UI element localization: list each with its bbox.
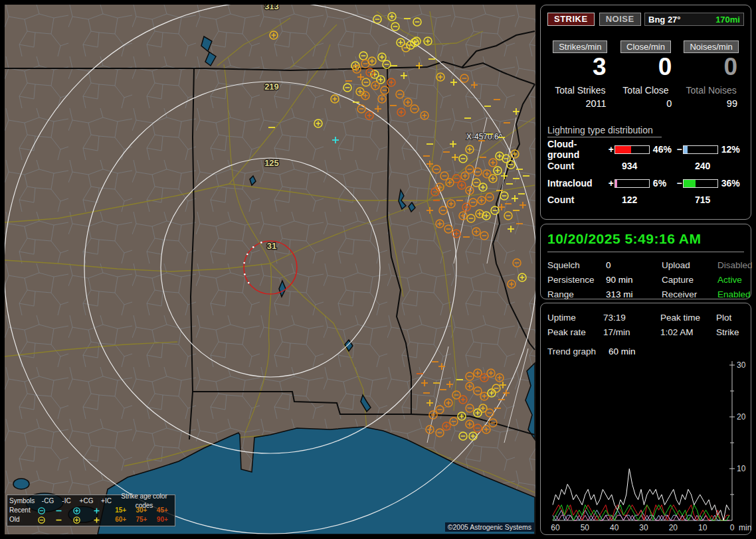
capture-value: Active — [717, 275, 753, 285]
age-90: 90+ — [152, 515, 173, 524]
upload-value: Disabled — [717, 260, 753, 270]
peak-time-label: Peak time — [660, 313, 716, 323]
close-per-min-chip: Close/min — [620, 40, 671, 53]
plus-sign: + — [607, 144, 614, 155]
recent-plus-icon — [92, 506, 110, 515]
cg-positive-bar — [614, 145, 650, 154]
age-75: 75+ — [131, 515, 151, 524]
peak-rate-value: 17/min — [603, 327, 660, 337]
receiver-label: Receiver — [662, 289, 717, 299]
age-45: 45+ — [152, 506, 173, 515]
plot-label: Plot — [716, 313, 744, 323]
peak-rate-label: Peak rate — [547, 327, 603, 337]
ic-negative-count: 715 — [695, 194, 710, 205]
map-legend: Symbols -CG -IC +CG +IC Strike age color… — [7, 495, 175, 526]
svg-text:219: 219 — [264, 82, 279, 92]
strikes-column: Strikes/min 3 Total Strikes 2011 — [547, 40, 613, 109]
svg-text:min: min — [739, 523, 751, 532]
old-plus-icon — [92, 516, 110, 524]
svg-text:313: 313 — [264, 5, 279, 11]
cg-positive-count: 934 — [622, 161, 695, 171]
strikes-per-min-value: 3 — [547, 53, 613, 82]
svg-text:10: 10 — [737, 464, 746, 473]
cloud-ground-row: Cloud-ground + 46% − 12% — [547, 145, 744, 155]
svg-text:30: 30 — [639, 523, 648, 532]
minus-sign: − — [676, 144, 683, 155]
legend-col-pos-ic: +IC — [97, 497, 116, 506]
cg-negative-bar — [683, 145, 718, 154]
datetime-display: 10/20/2025 5:49:16 AM — [547, 231, 744, 252]
receiver-value: Enabled — [717, 289, 753, 299]
total-noises-value: 99 — [678, 98, 744, 109]
upload-label: Upload — [662, 260, 717, 270]
age-60: 60+ — [110, 515, 131, 524]
persistence-label: Persistence — [547, 275, 606, 285]
total-strikes-label: Total Strikes — [547, 85, 613, 96]
total-close-label: Total Close — [613, 85, 679, 96]
range-value: 313 mi — [606, 289, 662, 299]
svg-text:10: 10 — [698, 523, 708, 532]
ic-positive-pct: 6% — [650, 178, 676, 189]
total-strikes-value: 2011 — [547, 98, 613, 109]
capture-label: Capture — [662, 275, 717, 285]
cg-negative-pct: 12% — [718, 144, 744, 155]
old-minus-icon — [54, 516, 72, 524]
range-label: Range — [547, 289, 606, 299]
noise-button[interactable]: NOISE — [599, 13, 641, 26]
map-svg[interactable]: 31321912531 X-4570.6^ — [5, 5, 535, 534]
total-close-value: 0 — [613, 98, 679, 109]
map-panel[interactable]: 31321912531 X-4570.6^ Symbols -CG -IC +C… — [5, 5, 535, 534]
plus-sign: + — [607, 178, 614, 189]
copyright-text: ©2005 Astrogenic Systems — [445, 522, 534, 532]
recent-minus-icon — [54, 506, 72, 515]
ic-positive-count: 122 — [622, 194, 695, 205]
svg-text:40: 40 — [610, 523, 619, 532]
uptime-label: Uptime — [547, 313, 603, 323]
squelch-value: 0 — [606, 260, 662, 270]
bearing-value: Bng 27° — [648, 15, 681, 25]
legend-symbols-title: Symbols — [9, 497, 39, 506]
svg-text:60: 60 — [551, 523, 560, 532]
svg-text:31: 31 — [267, 241, 276, 251]
cg-negative-count: 240 — [695, 161, 710, 171]
ic-negative-bar — [683, 179, 718, 188]
distance-value: 170mi — [715, 15, 740, 25]
noises-per-min-value: 0 — [678, 53, 744, 82]
close-per-min-value: 0 — [613, 53, 679, 82]
cloud-ground-label: Cloud-ground — [547, 139, 607, 160]
uptime-value: 73:19 — [603, 313, 660, 323]
svg-text:125: 125 — [264, 158, 279, 168]
strike-stats-panel: STRIKE NOISE Bng 27° 170mi Strikes/min 3… — [540, 5, 751, 220]
intracloud-row: Intracloud + 6% − 36% — [547, 179, 744, 189]
trend-graph: 1020306050403020100min — [547, 358, 756, 538]
recent-circle-minus-icon — [37, 506, 55, 515]
noises-per-min-chip: Noises/min — [684, 40, 738, 53]
count-label: Count — [547, 161, 614, 171]
close-column: Close/min 0 Total Close 0 — [613, 40, 679, 109]
squelch-label: Squelch — [547, 260, 606, 270]
svg-text:20: 20 — [737, 412, 746, 422]
nexstorm-window: 31321912531 X-4570.6^ Symbols -CG -IC +C… — [0, 0, 756, 539]
cloud-ground-count-row: Count 934 240 — [547, 161, 744, 171]
legend-col-neg-ic: -IC — [57, 497, 76, 506]
strike-button[interactable]: STRIKE — [547, 13, 595, 26]
trend-graph-value: 60 min — [609, 346, 636, 356]
total-noises-label: Total Noises — [678, 85, 744, 96]
storm-cell-label: X-4570.6^ — [466, 132, 503, 141]
strikes-per-min-chip: Strikes/min — [553, 40, 607, 53]
svg-text:30: 30 — [737, 360, 746, 370]
trend-graph-label: Trend graph — [547, 346, 609, 356]
plot-value: Strike — [716, 327, 744, 337]
noises-column: Noises/min 0 Total Noises 99 — [678, 40, 744, 109]
persistence-value: 90 min — [606, 275, 662, 285]
svg-text:20: 20 — [669, 523, 678, 532]
count-label: Count — [547, 194, 614, 205]
old-circle-plus-icon — [72, 516, 92, 524]
svg-text:50: 50 — [581, 523, 590, 532]
status-panel: 10/20/2025 5:49:16 AM Squelch 0 Upload D… — [540, 224, 751, 299]
cg-positive-pct: 46% — [650, 144, 676, 155]
distribution-title: Lightning type distribution — [547, 125, 662, 137]
age-30: 30+ — [131, 506, 151, 515]
intracloud-count-row: Count 122 715 — [547, 194, 744, 205]
svg-text:0: 0 — [730, 523, 735, 532]
